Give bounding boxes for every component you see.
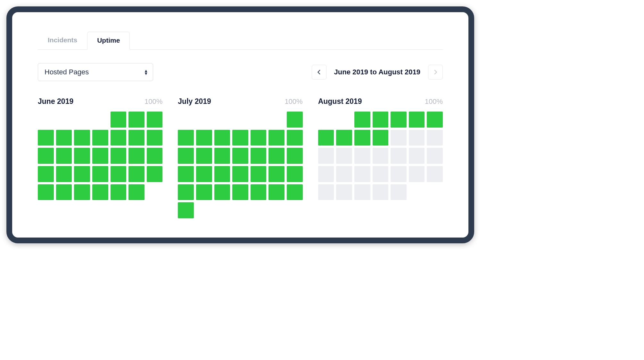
day-cell[interactable] <box>92 148 108 164</box>
day-cell[interactable] <box>214 148 230 164</box>
day-cell[interactable] <box>354 130 370 146</box>
day-cell[interactable] <box>178 202 194 218</box>
day-cell[interactable] <box>92 130 108 146</box>
component-select[interactable]: Hosted Pages ▲▼ <box>38 63 153 81</box>
calendar-grid <box>318 112 443 200</box>
day-cell[interactable] <box>92 166 108 182</box>
day-cell[interactable] <box>336 184 352 200</box>
day-cell[interactable] <box>373 148 389 164</box>
day-cell[interactable] <box>128 166 144 182</box>
day-cell[interactable] <box>38 166 54 182</box>
day-cell[interactable] <box>409 130 425 146</box>
day-cell[interactable] <box>427 130 443 146</box>
prev-range-button[interactable] <box>312 65 326 80</box>
day-cell[interactable] <box>391 166 407 182</box>
day-cell[interactable] <box>391 130 407 146</box>
day-cell[interactable] <box>409 112 425 128</box>
day-cell[interactable] <box>391 112 407 128</box>
day-cell[interactable] <box>373 184 389 200</box>
day-cell[interactable] <box>147 130 163 146</box>
day-cell[interactable] <box>427 112 443 128</box>
day-cell[interactable] <box>354 112 370 128</box>
day-cell[interactable] <box>354 184 370 200</box>
day-cell[interactable] <box>74 130 90 146</box>
day-cell[interactable] <box>427 148 443 164</box>
day-cell[interactable] <box>92 184 108 200</box>
day-cell[interactable] <box>128 130 144 146</box>
day-cell[interactable] <box>178 130 194 146</box>
next-range-button[interactable] <box>428 65 443 80</box>
day-cell[interactable] <box>147 112 163 128</box>
day-cell[interactable] <box>232 184 248 200</box>
day-cell[interactable] <box>409 166 425 182</box>
day-cell[interactable] <box>287 130 303 146</box>
day-cell[interactable] <box>251 130 267 146</box>
day-cell[interactable] <box>318 148 334 164</box>
day-cell[interactable] <box>409 148 425 164</box>
day-cell[interactable] <box>111 184 127 200</box>
tab-uptime[interactable]: Uptime <box>87 32 130 50</box>
day-cell[interactable] <box>268 166 285 182</box>
day-cell[interactable] <box>287 166 303 182</box>
day-cell[interactable] <box>196 184 212 200</box>
day-cell[interactable] <box>178 148 194 164</box>
day-cell[interactable] <box>336 148 352 164</box>
tab-incidents[interactable]: Incidents <box>38 31 87 49</box>
day-cell[interactable] <box>251 166 267 182</box>
day-cell[interactable] <box>318 184 334 200</box>
day-cell[interactable] <box>287 184 303 200</box>
day-cell[interactable] <box>391 184 407 200</box>
day-cell[interactable] <box>147 166 163 182</box>
day-cell[interactable] <box>232 130 248 146</box>
day-cell[interactable] <box>354 166 370 182</box>
day-cell[interactable] <box>111 112 127 128</box>
day-cell[interactable] <box>74 148 90 164</box>
day-cell[interactable] <box>373 112 389 128</box>
day-cell[interactable] <box>111 148 127 164</box>
day-cell[interactable] <box>38 148 54 164</box>
controls-row: Hosted Pages ▲▼ June 2019 to August 2019 <box>38 63 443 81</box>
day-cell[interactable] <box>232 166 248 182</box>
day-cell[interactable] <box>287 112 303 128</box>
day-cell[interactable] <box>56 184 72 200</box>
day-cell[interactable] <box>56 130 72 146</box>
day-cell[interactable] <box>128 184 144 200</box>
day-cell[interactable] <box>232 148 248 164</box>
day-cell[interactable] <box>74 184 90 200</box>
day-blank <box>196 112 212 128</box>
day-cell[interactable] <box>251 148 267 164</box>
day-cell[interactable] <box>373 166 389 182</box>
day-cell[interactable] <box>56 148 72 164</box>
day-cell[interactable] <box>268 184 285 200</box>
day-cell[interactable] <box>336 166 352 182</box>
day-cell[interactable] <box>391 148 407 164</box>
month-uptime: 100% <box>285 97 302 106</box>
day-cell[interactable] <box>318 166 334 182</box>
day-cell[interactable] <box>287 148 303 164</box>
day-cell[interactable] <box>354 148 370 164</box>
day-cell[interactable] <box>56 166 72 182</box>
day-cell[interactable] <box>196 166 212 182</box>
day-cell[interactable] <box>38 184 54 200</box>
day-cell[interactable] <box>251 184 267 200</box>
day-cell[interactable] <box>268 148 285 164</box>
day-cell[interactable] <box>128 148 144 164</box>
day-cell[interactable] <box>268 130 285 146</box>
day-cell[interactable] <box>178 166 194 182</box>
day-cell[interactable] <box>196 130 212 146</box>
day-cell[interactable] <box>111 166 127 182</box>
day-cell[interactable] <box>214 166 230 182</box>
day-cell[interactable] <box>147 148 163 164</box>
day-cell[interactable] <box>38 130 54 146</box>
day-cell[interactable] <box>214 130 230 146</box>
day-cell[interactable] <box>111 130 127 146</box>
day-cell[interactable] <box>74 166 90 182</box>
day-cell[interactable] <box>336 130 352 146</box>
day-cell[interactable] <box>373 130 389 146</box>
day-cell[interactable] <box>214 184 230 200</box>
day-cell[interactable] <box>178 184 194 200</box>
day-cell[interactable] <box>128 112 144 128</box>
day-cell[interactable] <box>427 166 443 182</box>
day-cell[interactable] <box>318 130 334 146</box>
day-cell[interactable] <box>196 148 212 164</box>
